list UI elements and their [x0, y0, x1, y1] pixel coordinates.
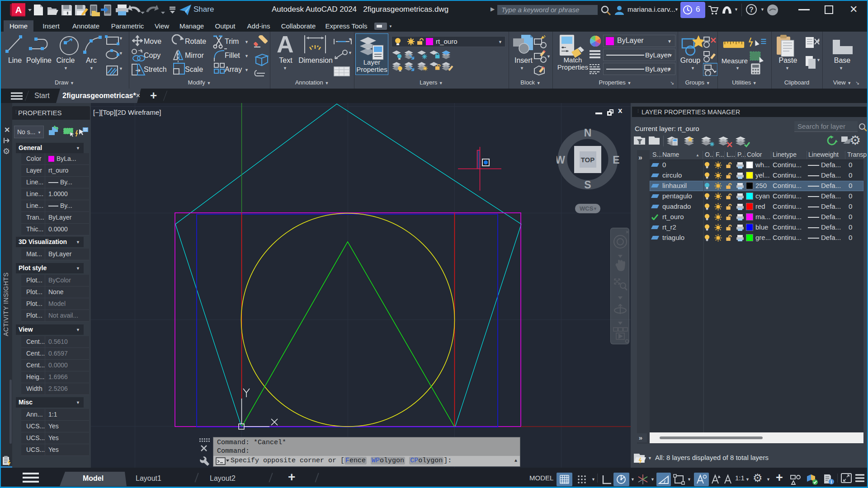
svg-text:N: N	[584, 128, 592, 139]
svg-text:A: A	[15, 5, 22, 15]
svg-text:S: S	[584, 179, 591, 191]
svg-text:E: E	[613, 154, 619, 166]
svg-text:W: W	[557, 154, 565, 166]
svg-text:i: i	[831, 479, 832, 484]
svg-text:TOP: TOP	[581, 156, 595, 164]
